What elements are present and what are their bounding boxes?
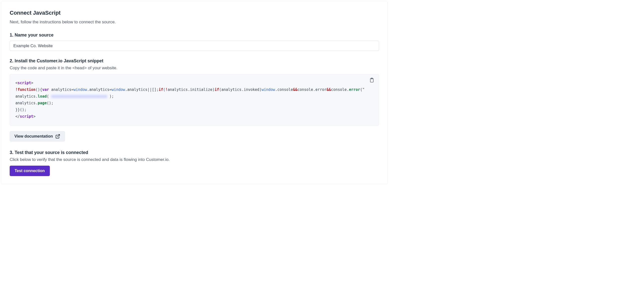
code-token: window — [262, 87, 275, 92]
svg-line-2 — [58, 135, 60, 137]
code-token: && — [326, 87, 331, 92]
code-token: . — [36, 101, 38, 105]
code-token: ( — [219, 87, 221, 92]
code-token: ! — [15, 87, 18, 92]
external-link-icon — [55, 134, 60, 139]
code-token: . — [242, 87, 244, 92]
code-token: error — [315, 87, 326, 92]
step3-heading: 3. Test that your source is connected — [10, 150, 379, 155]
code-block-container: <script> !function(){var analytics=windo… — [10, 74, 379, 126]
code-token: analytics — [89, 87, 109, 92]
step2-heading: 2. Install the Customer.io JavaScript sn… — [10, 58, 379, 64]
code-token: . — [275, 87, 278, 92]
source-name-input[interactable] — [10, 41, 379, 51]
code-token: page — [38, 101, 46, 105]
code-token: }}(); — [15, 107, 26, 112]
code-token: > — [33, 114, 36, 119]
code-token: window — [112, 87, 125, 92]
code-token: analytics — [15, 94, 36, 99]
step2-subheading: Copy the code and paste it in the <head>… — [10, 66, 379, 71]
view-documentation-button[interactable]: View documentation — [10, 131, 65, 141]
code-token: analytics — [51, 87, 72, 92]
code-token: (); — [46, 101, 53, 105]
code-token: if — [215, 87, 219, 92]
code-token: script — [20, 114, 33, 119]
code-token: ! — [165, 87, 168, 92]
code-token: var — [42, 87, 49, 92]
code-token: invoked — [244, 87, 259, 92]
code-token: && — [293, 87, 298, 92]
code-token: (" — [360, 87, 365, 92]
code-token: ||[]; — [148, 87, 159, 92]
clipboard-icon — [370, 78, 374, 83]
step1-heading: 1. Name your source — [10, 33, 379, 38]
code-token: analytics — [15, 101, 36, 105]
code-snippet[interactable]: <script> !function(){var analytics=windo… — [10, 74, 379, 126]
code-token: console — [298, 87, 313, 92]
code-token: = — [72, 87, 74, 92]
code-token: script — [18, 81, 31, 85]
code-token: load — [38, 94, 46, 99]
page-subtitle: Next, follow the instructions below to c… — [10, 20, 379, 25]
test-connection-button[interactable]: Test connection — [10, 166, 50, 176]
page-title: Connect JavaScript — [10, 10, 379, 16]
code-token: window — [74, 87, 87, 92]
code-token: </ — [15, 114, 20, 119]
connect-javascript-panel: Connect JavaScript Next, follow the inst… — [1, 1, 388, 184]
code-token: if — [159, 87, 163, 92]
code-token — [49, 94, 51, 99]
code-token: ); — [109, 94, 114, 99]
code-token: analytics — [168, 87, 188, 92]
code-token — [49, 87, 51, 92]
code-token: analytics — [221, 87, 242, 92]
code-token: console — [278, 87, 293, 92]
code-token: initialize — [190, 87, 212, 92]
view-documentation-label: View documentation — [14, 134, 53, 138]
code-token: > — [31, 81, 33, 85]
code-token: (){ — [36, 87, 42, 92]
code-token: console — [331, 87, 346, 92]
code-token: = — [109, 87, 112, 92]
step3-subheading: Click below to verify that the source is… — [10, 157, 379, 162]
code-token: analytics — [128, 87, 148, 92]
code-token: ( — [163, 87, 165, 92]
code-token: . — [87, 87, 89, 92]
api-key-masked: xxxxxxxxxxxxxxxxxxxxxxxxx — [51, 94, 107, 99]
code-token — [107, 94, 109, 99]
code-token: ) — [212, 87, 215, 92]
code-token: function — [18, 87, 36, 92]
code-token: . — [313, 87, 315, 92]
code-token: . — [347, 87, 349, 92]
code-token: error — [349, 87, 360, 92]
code-token: . — [125, 87, 128, 92]
copy-code-button[interactable] — [370, 77, 375, 83]
code-token: < — [15, 81, 18, 85]
code-token: . — [36, 94, 38, 99]
